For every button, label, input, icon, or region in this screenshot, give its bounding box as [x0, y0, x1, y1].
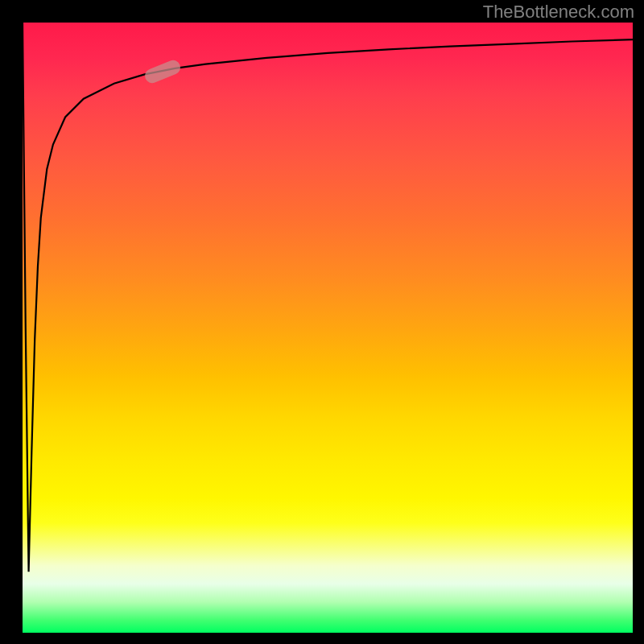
chart-plot-area — [23, 23, 633, 633]
watermark-text: TheBottleneck.com — [483, 2, 634, 23]
bottleneck-curve-line — [23, 23, 633, 572]
chart-curve-svg — [23, 23, 633, 633]
